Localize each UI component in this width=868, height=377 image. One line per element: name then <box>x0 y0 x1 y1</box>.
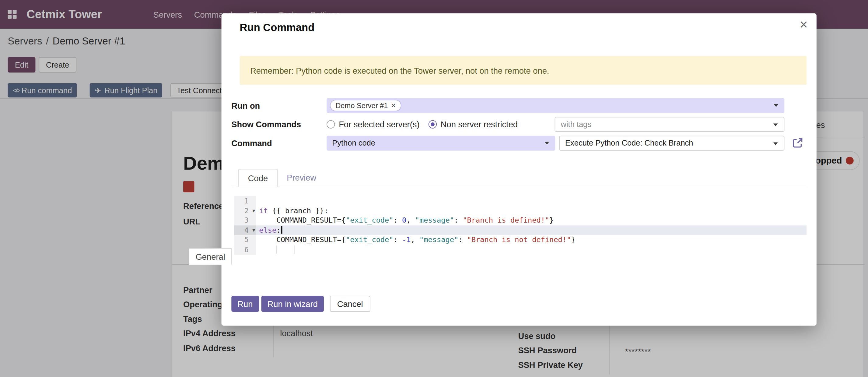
tab-general[interactable]: General <box>189 248 232 265</box>
gutter-line: 2▾ <box>234 206 256 215</box>
code-line-5: COMMAND_RESULT={"exit_code": -1, "messag… <box>256 235 807 245</box>
radio-non-server-restricted-label: Non server restricted <box>441 120 518 129</box>
run-on-label: Run on <box>231 98 260 113</box>
tabs-underline <box>231 187 807 187</box>
indent-guide <box>294 245 294 254</box>
gutter-line: 3 <box>234 215 256 225</box>
chevron-down-icon <box>774 104 778 107</box>
gutter-line: 5 <box>234 235 256 245</box>
gutter-line-active: 4▾ <box>234 225 256 235</box>
code-line-6 <box>256 245 807 255</box>
modal-title: Run Command <box>240 22 315 34</box>
editor-lines: if {{ branch }}: COMMAND_RESULT={"exit_c… <box>256 196 807 255</box>
text-cursor <box>281 226 282 234</box>
screen: Cetmix Tower Servers Commands Files Tool… <box>0 0 868 377</box>
command-label: Command <box>231 136 272 151</box>
server-chip-label: Demo Server #1 <box>335 102 388 110</box>
run-command-modal: Run Command × Remember: Python code is e… <box>222 13 816 326</box>
radio-for-selected-servers-label: For selected server(s) <box>339 120 420 129</box>
command-select[interactable]: Execute Python Code: Check Branch <box>559 136 784 151</box>
server-chip: Demo Server #1 ✕ <box>330 99 401 111</box>
run-in-wizard-button[interactable]: Run in wizard <box>261 296 324 312</box>
code-line-4: else: <box>256 225 807 235</box>
fold-icon[interactable]: ▾ <box>252 225 255 235</box>
python-warning-alert: Remember: Python code is executed on the… <box>240 56 807 85</box>
chevron-down-icon <box>773 142 778 145</box>
code-line-3: COMMAND_RESULT={"exit_code": 0, "message… <box>256 215 807 225</box>
gutter-line: 6 <box>234 245 256 255</box>
command-value: Execute Python Code: Check Branch <box>565 139 693 147</box>
modal-close-button[interactable]: × <box>800 18 808 31</box>
radio-non-server-restricted[interactable]: Non server restricted <box>429 117 518 132</box>
external-link-icon[interactable] <box>792 137 803 148</box>
tab-code[interactable]: Code <box>238 169 278 187</box>
command-type-select[interactable]: Python code <box>327 136 555 151</box>
fold-icon[interactable]: ▾ <box>252 206 255 215</box>
close-icon: × <box>800 17 808 32</box>
chevron-down-icon <box>773 124 778 126</box>
code-editor[interactable]: 1 2▾ 3 4▾ 5 6 if {{ branch }}: COMMAND_R… <box>234 196 807 255</box>
gutter-line: 1 <box>234 196 256 206</box>
chevron-down-icon <box>545 142 549 145</box>
editor-gutter: 1 2▾ 3 4▾ 5 6 <box>234 196 256 255</box>
cancel-button[interactable]: Cancel <box>330 296 370 312</box>
code-line-2: if {{ branch }}: <box>256 206 807 215</box>
command-type-value: Python code <box>332 139 375 147</box>
radio-unselected-icon <box>327 120 335 128</box>
radio-selected-icon <box>429 120 437 128</box>
radio-for-selected-servers[interactable]: For selected server(s) <box>327 117 420 132</box>
indent-guide <box>276 245 277 254</box>
tags-filter-placeholder: with tags <box>561 120 591 128</box>
run-button[interactable]: Run <box>231 296 259 312</box>
run-on-field[interactable]: Demo Server #1 ✕ <box>327 98 784 113</box>
tags-filter-select[interactable]: with tags <box>555 117 785 132</box>
code-line-1 <box>256 196 807 206</box>
tab-preview[interactable]: Preview <box>277 169 326 187</box>
show-commands-label: Show Commands <box>231 117 301 132</box>
chip-remove-icon[interactable]: ✕ <box>391 102 396 108</box>
